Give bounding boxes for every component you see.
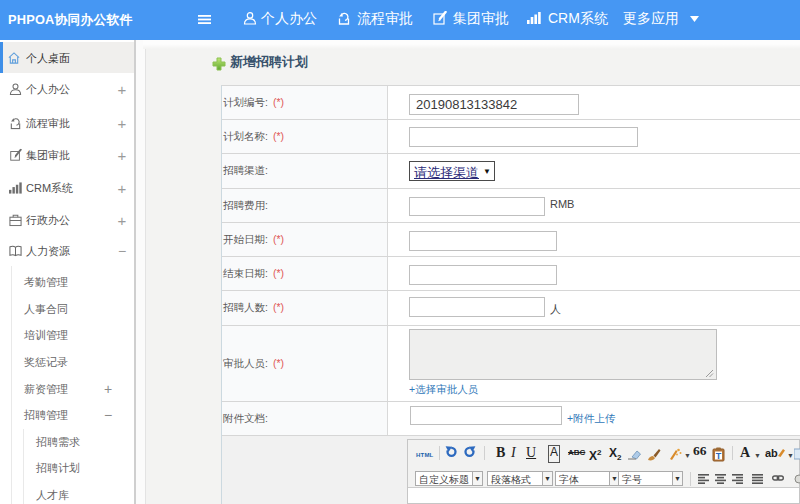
svg-text:T: T <box>716 451 722 461</box>
